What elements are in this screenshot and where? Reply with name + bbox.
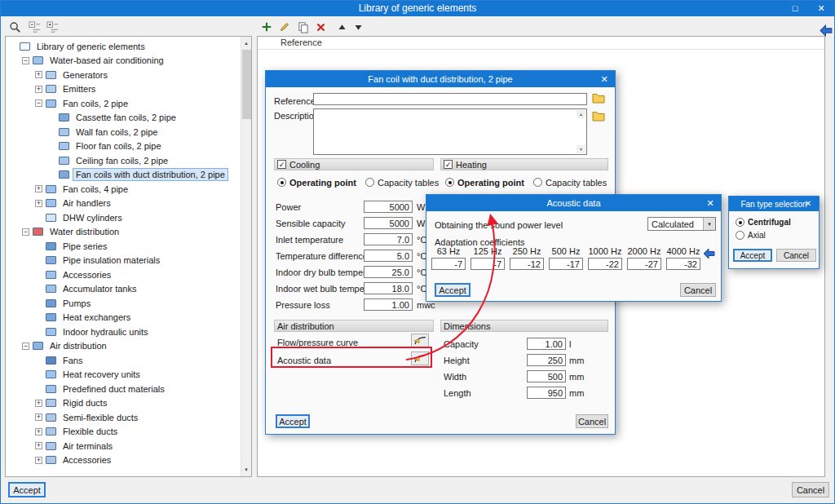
reference-input[interactable] bbox=[313, 93, 587, 105]
tree-item-water-based-air-conditioning[interactable]: −Water-based air conditioning bbox=[6, 54, 240, 69]
indoor-dry-bulb-temperature-input[interactable] bbox=[364, 266, 413, 278]
fan-type-option-centrifugal[interactable]: Centrifugal bbox=[736, 217, 791, 228]
radio-icon[interactable] bbox=[445, 178, 454, 187]
search-button[interactable] bbox=[7, 19, 23, 35]
move-down-button[interactable] bbox=[350, 19, 366, 35]
cancel-button[interactable]: Cancel bbox=[792, 482, 829, 497]
scroll-down-icon[interactable]: ▼ bbox=[577, 145, 585, 153]
tree-item-flexible-ducts[interactable]: +Flexible ducts bbox=[6, 425, 240, 440]
radio-icon[interactable] bbox=[736, 231, 744, 240]
tree-item-pumps[interactable]: Pumps bbox=[6, 296, 240, 311]
fan-accept-button[interactable]: Accept bbox=[733, 249, 772, 262]
band-input-250-hz[interactable] bbox=[510, 258, 544, 270]
copy-button[interactable] bbox=[294, 19, 311, 35]
tree-item-ceiling-fan-coils-2-pipe[interactable]: Ceiling fan coils, 2 pipe bbox=[6, 153, 240, 168]
tree-item-rigid-ducts[interactable]: +Rigid ducts bbox=[6, 396, 240, 411]
tree-item-air-distribution[interactable]: −Air distribution bbox=[6, 339, 240, 354]
tree-item-air-handlers[interactable]: +Air handlers bbox=[6, 197, 240, 211]
radio-icon[interactable] bbox=[365, 178, 374, 187]
delete-button[interactable] bbox=[312, 19, 329, 35]
edit-button[interactable] bbox=[276, 19, 293, 35]
indoor-wet-bulb-temperature-input[interactable] bbox=[364, 282, 413, 294]
cooling-capacity-tables-radio[interactable]: Capacity tables bbox=[365, 177, 439, 188]
scroll-down-icon[interactable]: ▼ bbox=[241, 464, 251, 475]
scroll-thumb[interactable] bbox=[242, 50, 251, 119]
tree-item-accessories[interactable]: +Accessories bbox=[6, 453, 240, 468]
tree-item-floor-fan-coils-2-pipe[interactable]: Floor fan coils, 2 pipe bbox=[6, 139, 240, 154]
expand-icon[interactable]: + bbox=[35, 185, 42, 192]
tree-item-air-terminals[interactable]: +Air terminals bbox=[6, 439, 240, 453]
close-icon[interactable]: ✕ bbox=[801, 197, 815, 211]
cooling-checkbox[interactable]: ✓ bbox=[277, 160, 286, 169]
tree-item-dhw-cylinders[interactable]: DHW cylinders bbox=[6, 210, 240, 225]
scroll-up-icon[interactable]: ▲ bbox=[577, 110, 585, 118]
tree-item-library-of-generic-elements[interactable]: Library of generic elements bbox=[6, 39, 240, 54]
description-library-button[interactable] bbox=[591, 110, 606, 122]
back-button[interactable] bbox=[702, 246, 716, 260]
dialog-cancel-button[interactable]: Cancel bbox=[576, 414, 608, 428]
tree-item-pipe-insulation-materials[interactable]: Pipe insulation materials bbox=[6, 254, 240, 268]
radio-icon[interactable] bbox=[533, 178, 542, 187]
description-input[interactable]: ▲ ▼ bbox=[313, 108, 587, 155]
expand-icon[interactable]: + bbox=[35, 442, 42, 449]
method-dropdown[interactable]: Calculated ▼ bbox=[647, 217, 716, 231]
tree-item-wall-fan-coils-2-pipe[interactable]: Wall fan coils, 2 pipe bbox=[6, 125, 240, 139]
tree-item-semi-flexible-ducts[interactable]: +Semi-flexible ducts bbox=[6, 410, 240, 425]
tree-item-fan-coils-2-pipe[interactable]: −Fan coils, 2 pipe bbox=[6, 96, 240, 111]
close-icon[interactable]: ✕ bbox=[703, 195, 718, 211]
heating-capacity-tables-radio[interactable]: Capacity tables bbox=[533, 177, 607, 188]
expand-icon[interactable]: + bbox=[35, 428, 42, 435]
fan-type-option-axial[interactable]: Axial bbox=[736, 230, 766, 241]
inlet-temperature-input[interactable] bbox=[364, 233, 413, 245]
acoustic-accept-button[interactable]: Accept bbox=[435, 283, 471, 297]
cooling-operating-point-radio[interactable]: Operating point bbox=[277, 177, 356, 188]
collapse-icon[interactable]: − bbox=[22, 228, 29, 236]
tree-item-water-distribution[interactable]: −Water distribution bbox=[6, 225, 240, 240]
tree-item-accumulator-tanks[interactable]: Accumulator tanks bbox=[6, 282, 240, 297]
tree-item-generators[interactable]: +Generators bbox=[6, 68, 240, 82]
expand-icon[interactable]: + bbox=[35, 413, 42, 421]
heating-operating-point-radio[interactable]: Operating point bbox=[445, 177, 524, 188]
tree-item-emitters[interactable]: +Emitters bbox=[6, 82, 240, 97]
collapse-all-button[interactable] bbox=[26, 19, 42, 35]
expand-icon[interactable]: + bbox=[35, 200, 42, 207]
expand-icon[interactable]: + bbox=[35, 86, 42, 93]
temperature-difference-input[interactable] bbox=[364, 250, 413, 262]
move-up-button[interactable] bbox=[334, 19, 350, 35]
band-input-500-hz[interactable] bbox=[549, 258, 583, 270]
flow-pressure-curve-button[interactable] bbox=[411, 334, 429, 347]
band-input-2000-hz[interactable] bbox=[627, 258, 661, 270]
band-input-125-hz[interactable] bbox=[471, 258, 505, 270]
fan-cancel-button[interactable]: Cancel bbox=[776, 249, 816, 262]
close-icon[interactable]: ✕ bbox=[597, 71, 612, 87]
scroll-up-icon[interactable]: ▲ bbox=[241, 38, 251, 49]
pressure-loss-input[interactable] bbox=[364, 298, 413, 311]
tree-item-cassette-fan-coils-2-pipe[interactable]: Cassette fan coils, 2 pipe bbox=[6, 111, 240, 126]
tree-item-accessories[interactable]: Accessories bbox=[6, 267, 240, 282]
height-input[interactable] bbox=[527, 354, 566, 366]
expand-icon[interactable]: + bbox=[35, 457, 42, 464]
tree-item-fans[interactable]: Fans bbox=[6, 353, 240, 368]
tree-item-heat-exchangers[interactable]: Heat exchangers bbox=[6, 311, 240, 325]
collapse-icon[interactable]: − bbox=[22, 343, 29, 350]
power-input[interactable] bbox=[364, 201, 413, 213]
radio-icon[interactable] bbox=[277, 178, 286, 187]
maximize-button[interactable]: □ bbox=[783, 0, 807, 16]
acoustic-cancel-button[interactable]: Cancel bbox=[680, 283, 716, 297]
tree-item-heat-recovery-units[interactable]: Heat recovery units bbox=[6, 368, 240, 382]
length-input[interactable] bbox=[527, 387, 566, 399]
band-input-4000-hz[interactable] bbox=[666, 258, 700, 270]
add-button[interactable] bbox=[258, 19, 275, 35]
expand-all-button[interactable] bbox=[44, 19, 60, 35]
band-input-63-hz[interactable] bbox=[431, 258, 466, 270]
width-input[interactable] bbox=[527, 370, 566, 382]
radio-icon[interactable] bbox=[736, 218, 744, 227]
band-input-1000-hz[interactable] bbox=[588, 258, 622, 270]
close-button[interactable]: ✕ bbox=[809, 0, 833, 16]
tree-item-predefined-duct-materials[interactable]: Predefined duct materials bbox=[6, 382, 240, 396]
expand-icon[interactable]: + bbox=[35, 71, 42, 78]
collapse-icon[interactable]: − bbox=[22, 57, 29, 64]
acoustic-data-button[interactable] bbox=[411, 351, 429, 365]
reference-library-button[interactable] bbox=[591, 92, 606, 104]
collapse-icon[interactable]: − bbox=[35, 99, 42, 107]
